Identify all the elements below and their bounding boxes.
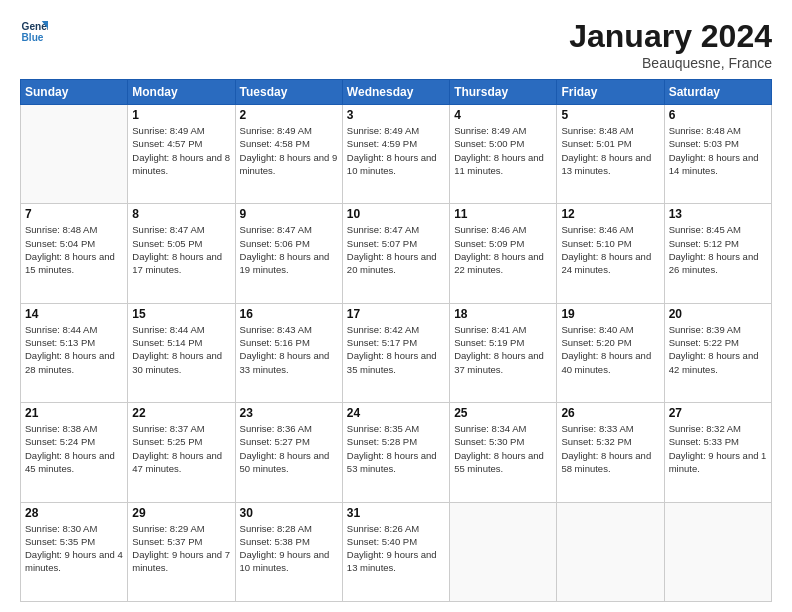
calendar-cell: 26Sunrise: 8:33 AM Sunset: 5:32 PM Dayli… — [557, 403, 664, 502]
calendar-cell: 18Sunrise: 8:41 AM Sunset: 5:19 PM Dayli… — [450, 303, 557, 402]
svg-text:Blue: Blue — [22, 32, 44, 43]
day-number: 30 — [240, 506, 338, 520]
day-number: 7 — [25, 207, 123, 221]
day-number: 2 — [240, 108, 338, 122]
calendar-cell: 1Sunrise: 8:49 AM Sunset: 4:57 PM Daylig… — [128, 105, 235, 204]
day-number: 10 — [347, 207, 445, 221]
calendar-cell: 23Sunrise: 8:36 AM Sunset: 5:27 PM Dayli… — [235, 403, 342, 502]
day-number: 12 — [561, 207, 659, 221]
calendar-cell: 12Sunrise: 8:46 AM Sunset: 5:10 PM Dayli… — [557, 204, 664, 303]
day-number: 4 — [454, 108, 552, 122]
day-info: Sunrise: 8:47 AM Sunset: 5:07 PM Dayligh… — [347, 223, 445, 276]
calendar-cell: 31Sunrise: 8:26 AM Sunset: 5:40 PM Dayli… — [342, 502, 449, 601]
day-number: 13 — [669, 207, 767, 221]
day-number: 11 — [454, 207, 552, 221]
calendar-cell: 8Sunrise: 8:47 AM Sunset: 5:05 PM Daylig… — [128, 204, 235, 303]
day-number: 26 — [561, 406, 659, 420]
day-info: Sunrise: 8:47 AM Sunset: 5:06 PM Dayligh… — [240, 223, 338, 276]
week-row: 1Sunrise: 8:49 AM Sunset: 4:57 PM Daylig… — [21, 105, 772, 204]
calendar-cell: 17Sunrise: 8:42 AM Sunset: 5:17 PM Dayli… — [342, 303, 449, 402]
day-info: Sunrise: 8:43 AM Sunset: 5:16 PM Dayligh… — [240, 323, 338, 376]
day-number: 1 — [132, 108, 230, 122]
calendar-cell: 16Sunrise: 8:43 AM Sunset: 5:16 PM Dayli… — [235, 303, 342, 402]
calendar-cell: 10Sunrise: 8:47 AM Sunset: 5:07 PM Dayli… — [342, 204, 449, 303]
calendar-cell: 25Sunrise: 8:34 AM Sunset: 5:30 PM Dayli… — [450, 403, 557, 502]
day-info: Sunrise: 8:47 AM Sunset: 5:05 PM Dayligh… — [132, 223, 230, 276]
day-info: Sunrise: 8:46 AM Sunset: 5:09 PM Dayligh… — [454, 223, 552, 276]
day-number: 15 — [132, 307, 230, 321]
logo-icon: General Blue — [20, 18, 48, 46]
day-number: 29 — [132, 506, 230, 520]
day-number: 8 — [132, 207, 230, 221]
calendar-day-header: Tuesday — [235, 80, 342, 105]
calendar-cell: 19Sunrise: 8:40 AM Sunset: 5:20 PM Dayli… — [557, 303, 664, 402]
title-block: January 2024 Beauquesne, France — [569, 18, 772, 71]
day-info: Sunrise: 8:46 AM Sunset: 5:10 PM Dayligh… — [561, 223, 659, 276]
calendar-header-row: SundayMondayTuesdayWednesdayThursdayFrid… — [21, 80, 772, 105]
day-info: Sunrise: 8:34 AM Sunset: 5:30 PM Dayligh… — [454, 422, 552, 475]
calendar-cell: 22Sunrise: 8:37 AM Sunset: 5:25 PM Dayli… — [128, 403, 235, 502]
calendar-day-header: Saturday — [664, 80, 771, 105]
calendar-day-header: Sunday — [21, 80, 128, 105]
calendar-table: SundayMondayTuesdayWednesdayThursdayFrid… — [20, 79, 772, 602]
calendar-cell: 5Sunrise: 8:48 AM Sunset: 5:01 PM Daylig… — [557, 105, 664, 204]
day-number: 22 — [132, 406, 230, 420]
day-info: Sunrise: 8:29 AM Sunset: 5:37 PM Dayligh… — [132, 522, 230, 575]
calendar-cell: 11Sunrise: 8:46 AM Sunset: 5:09 PM Dayli… — [450, 204, 557, 303]
month-title: January 2024 — [569, 18, 772, 55]
calendar-day-header: Friday — [557, 80, 664, 105]
calendar-cell: 28Sunrise: 8:30 AM Sunset: 5:35 PM Dayli… — [21, 502, 128, 601]
day-info: Sunrise: 8:33 AM Sunset: 5:32 PM Dayligh… — [561, 422, 659, 475]
week-row: 28Sunrise: 8:30 AM Sunset: 5:35 PM Dayli… — [21, 502, 772, 601]
calendar-cell: 30Sunrise: 8:28 AM Sunset: 5:38 PM Dayli… — [235, 502, 342, 601]
day-info: Sunrise: 8:49 AM Sunset: 5:00 PM Dayligh… — [454, 124, 552, 177]
day-info: Sunrise: 8:32 AM Sunset: 5:33 PM Dayligh… — [669, 422, 767, 475]
day-number: 16 — [240, 307, 338, 321]
day-info: Sunrise: 8:26 AM Sunset: 5:40 PM Dayligh… — [347, 522, 445, 575]
day-info: Sunrise: 8:30 AM Sunset: 5:35 PM Dayligh… — [25, 522, 123, 575]
day-info: Sunrise: 8:48 AM Sunset: 5:03 PM Dayligh… — [669, 124, 767, 177]
logo: General Blue — [20, 18, 48, 46]
day-number: 31 — [347, 506, 445, 520]
day-info: Sunrise: 8:48 AM Sunset: 5:04 PM Dayligh… — [25, 223, 123, 276]
day-info: Sunrise: 8:28 AM Sunset: 5:38 PM Dayligh… — [240, 522, 338, 575]
header: General Blue January 2024 Beauquesne, Fr… — [20, 18, 772, 71]
day-info: Sunrise: 8:49 AM Sunset: 4:59 PM Dayligh… — [347, 124, 445, 177]
day-info: Sunrise: 8:42 AM Sunset: 5:17 PM Dayligh… — [347, 323, 445, 376]
day-info: Sunrise: 8:41 AM Sunset: 5:19 PM Dayligh… — [454, 323, 552, 376]
calendar-cell: 2Sunrise: 8:49 AM Sunset: 4:58 PM Daylig… — [235, 105, 342, 204]
calendar-cell: 21Sunrise: 8:38 AM Sunset: 5:24 PM Dayli… — [21, 403, 128, 502]
calendar-day-header: Thursday — [450, 80, 557, 105]
day-number: 19 — [561, 307, 659, 321]
day-info: Sunrise: 8:45 AM Sunset: 5:12 PM Dayligh… — [669, 223, 767, 276]
day-number: 5 — [561, 108, 659, 122]
day-info: Sunrise: 8:36 AM Sunset: 5:27 PM Dayligh… — [240, 422, 338, 475]
day-number: 28 — [25, 506, 123, 520]
calendar-cell — [557, 502, 664, 601]
day-number: 21 — [25, 406, 123, 420]
day-number: 14 — [25, 307, 123, 321]
calendar-cell: 24Sunrise: 8:35 AM Sunset: 5:28 PM Dayli… — [342, 403, 449, 502]
day-info: Sunrise: 8:38 AM Sunset: 5:24 PM Dayligh… — [25, 422, 123, 475]
calendar-cell: 27Sunrise: 8:32 AM Sunset: 5:33 PM Dayli… — [664, 403, 771, 502]
calendar-day-header: Wednesday — [342, 80, 449, 105]
day-number: 25 — [454, 406, 552, 420]
day-info: Sunrise: 8:35 AM Sunset: 5:28 PM Dayligh… — [347, 422, 445, 475]
day-info: Sunrise: 8:44 AM Sunset: 5:13 PM Dayligh… — [25, 323, 123, 376]
day-number: 18 — [454, 307, 552, 321]
location: Beauquesne, France — [569, 55, 772, 71]
day-info: Sunrise: 8:39 AM Sunset: 5:22 PM Dayligh… — [669, 323, 767, 376]
calendar-cell: 20Sunrise: 8:39 AM Sunset: 5:22 PM Dayli… — [664, 303, 771, 402]
day-info: Sunrise: 8:49 AM Sunset: 4:58 PM Dayligh… — [240, 124, 338, 177]
calendar-cell — [450, 502, 557, 601]
calendar-cell: 13Sunrise: 8:45 AM Sunset: 5:12 PM Dayli… — [664, 204, 771, 303]
calendar-cell — [664, 502, 771, 601]
page: General Blue January 2024 Beauquesne, Fr… — [0, 0, 792, 612]
day-number: 24 — [347, 406, 445, 420]
day-number: 17 — [347, 307, 445, 321]
calendar-cell: 3Sunrise: 8:49 AM Sunset: 4:59 PM Daylig… — [342, 105, 449, 204]
day-number: 27 — [669, 406, 767, 420]
day-number: 23 — [240, 406, 338, 420]
calendar-cell: 4Sunrise: 8:49 AM Sunset: 5:00 PM Daylig… — [450, 105, 557, 204]
day-info: Sunrise: 8:44 AM Sunset: 5:14 PM Dayligh… — [132, 323, 230, 376]
